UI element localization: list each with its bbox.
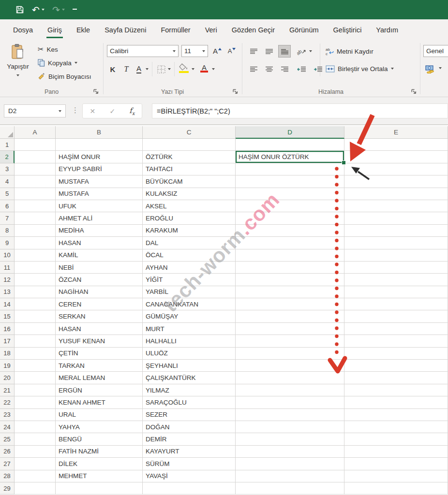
cell-B29[interactable] (56, 482, 143, 495)
save-button[interactable] (15, 5, 24, 14)
cell-A13[interactable] (15, 286, 56, 298)
tab-gözden-geçir[interactable]: Gözden Geçir (224, 19, 282, 41)
cell-E20[interactable] (344, 372, 448, 384)
cell-E29[interactable] (344, 482, 448, 495)
cell-C15[interactable]: GÜMÜŞAY (143, 310, 236, 322)
cell-D23[interactable] (236, 409, 344, 421)
cell-C21[interactable]: YILMAZ (143, 384, 236, 396)
cell-D8[interactable] (236, 225, 344, 237)
decrease-font-size-button[interactable]: A (225, 45, 238, 58)
align-top-button[interactable] (247, 45, 260, 58)
cell-A5[interactable] (15, 188, 56, 200)
decrease-indent-button[interactable] (295, 63, 308, 75)
name-box[interactable]: D2 (4, 104, 66, 117)
orientation-dropdown[interactable] (309, 50, 312, 52)
cell-C18[interactable]: ULUÖZ (143, 348, 236, 360)
row-header-23[interactable]: 23 (0, 409, 15, 421)
borders-dropdown[interactable] (168, 68, 171, 70)
cell-B2[interactable]: HAŞİM ONUR (56, 151, 143, 163)
cell-E13[interactable] (344, 286, 448, 298)
cell-A6[interactable] (15, 200, 56, 212)
cell-B9[interactable]: HASAN (56, 237, 143, 249)
enter-icon[interactable]: ✓ (109, 107, 115, 115)
tab-görünüm[interactable]: Görünüm (282, 19, 326, 41)
align-bottom-button[interactable] (278, 45, 291, 58)
cell-C29[interactable] (143, 482, 236, 495)
increase-font-size-button[interactable]: A (211, 45, 224, 58)
cell-C9[interactable]: DAL (143, 237, 236, 249)
font-size-dropdown[interactable] (202, 50, 205, 52)
cell-C12[interactable]: YİĞİT (143, 274, 236, 286)
increase-indent-button[interactable] (311, 63, 325, 75)
cell-A19[interactable] (15, 360, 56, 372)
row-header-21[interactable]: 21 (0, 384, 15, 396)
cell-D5[interactable] (236, 188, 344, 200)
cell-A20[interactable] (15, 372, 56, 384)
row-header-20[interactable]: 20 (0, 372, 15, 384)
cell-B26[interactable]: FATİH NAZMİ (56, 446, 143, 458)
cell-B23[interactable]: URAL (56, 409, 143, 421)
cell-D12[interactable] (236, 274, 344, 286)
row-header-5[interactable]: 5 (0, 188, 15, 200)
row-header-22[interactable]: 22 (0, 396, 15, 408)
alignment-dialog-launcher[interactable] (411, 88, 417, 95)
cell-C25[interactable]: DEMİR (143, 433, 236, 445)
cell-A14[interactable] (15, 298, 56, 310)
font-size-combo[interactable]: 11 (181, 45, 208, 57)
cell-B11[interactable]: NEBİ (56, 262, 143, 274)
font-name-combo[interactable]: Calibri (107, 45, 179, 57)
column-header-E[interactable]: E (344, 126, 448, 139)
cell-B7[interactable]: AHMET ALİ (56, 212, 143, 224)
cell-C17[interactable]: HALHALLI (143, 335, 236, 347)
cell-C4[interactable]: BÜYÜKCAM (143, 175, 236, 188)
cell-E25[interactable] (344, 433, 448, 445)
cell-D27[interactable] (236, 458, 344, 470)
cell-A7[interactable] (15, 212, 56, 224)
merge-center-dropdown[interactable] (391, 68, 394, 70)
cell-A8[interactable] (15, 225, 56, 237)
formula-input[interactable]: =BİRLEŞTİR(B2;" ";C2) (152, 103, 448, 118)
cell-D22[interactable] (236, 396, 344, 408)
select-all-corner[interactable] (0, 126, 15, 139)
cell-D14[interactable] (236, 298, 344, 310)
cell-B19[interactable]: TARKAN (56, 360, 143, 372)
cell-C5[interactable]: KULAKSIZ (143, 188, 236, 200)
bold-button[interactable]: K (107, 63, 118, 75)
format-painter-button[interactable]: Biçim Boyacısı (38, 71, 91, 82)
tab-giriş[interactable]: Giriş (40, 19, 69, 41)
cell-C7[interactable]: EROĞLU (143, 212, 236, 224)
cell-A27[interactable] (15, 458, 56, 470)
cell-D25[interactable] (236, 433, 344, 445)
cell-C23[interactable]: SEZER (143, 409, 236, 421)
cell-D9[interactable] (236, 237, 344, 249)
cell-E18[interactable] (344, 348, 448, 360)
redo-dropdown[interactable] (62, 9, 65, 11)
cell-D29[interactable] (236, 482, 344, 495)
cell-A18[interactable] (15, 348, 56, 360)
align-center-button[interactable] (263, 63, 275, 75)
cell-E23[interactable] (344, 409, 448, 421)
cell-E21[interactable] (344, 384, 448, 396)
row-header-15[interactable]: 15 (0, 310, 15, 322)
row-header-8[interactable]: 8 (0, 225, 15, 237)
tab-yardım[interactable]: Yardım (369, 19, 405, 41)
cell-D28[interactable] (236, 470, 344, 482)
cell-E3[interactable] (344, 163, 448, 175)
cell-D3[interactable] (236, 163, 344, 175)
borders-button[interactable] (156, 63, 166, 75)
cell-D21[interactable] (236, 384, 344, 396)
name-box-dropdown[interactable] (59, 110, 61, 112)
insert-function-icon[interactable]: fx (129, 106, 134, 116)
cell-C24[interactable]: DOĞAN (143, 421, 236, 433)
cell-B27[interactable]: DİLEK (56, 458, 143, 470)
cell-B18[interactable]: ÇETİN (56, 348, 143, 360)
cell-E28[interactable] (344, 470, 448, 482)
row-header-28[interactable]: 28 (0, 470, 15, 482)
cell-A29[interactable] (15, 482, 56, 495)
fill-color-dropdown[interactable] (192, 68, 194, 70)
cell-E24[interactable] (344, 421, 448, 433)
copy-dropdown[interactable] (75, 62, 77, 64)
wrap-text-button[interactable]: ab c Metni Kaydır (326, 45, 373, 57)
tab-dosya[interactable]: Dosya (6, 19, 40, 41)
row-header-26[interactable]: 26 (0, 446, 15, 458)
